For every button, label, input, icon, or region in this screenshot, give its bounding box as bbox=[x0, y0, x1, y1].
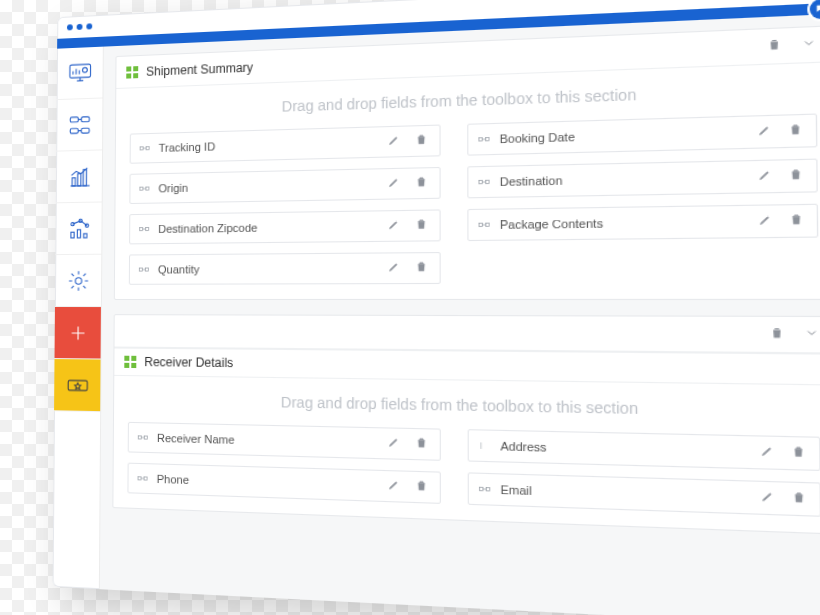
pencil-icon bbox=[388, 219, 400, 231]
field-row[interactable]: Origin bbox=[129, 167, 440, 204]
field-label: Address bbox=[500, 439, 747, 458]
pencil-icon bbox=[761, 445, 775, 458]
svg-rect-21 bbox=[140, 227, 143, 230]
form-canvas: Shipment Summary Drag and drop fields fr… bbox=[100, 13, 820, 615]
window-dot bbox=[86, 23, 92, 29]
field-drag-handle[interactable] bbox=[138, 182, 150, 194]
field-row[interactable]: Destination Zipcode bbox=[129, 209, 441, 244]
field-edit-button[interactable] bbox=[754, 124, 775, 139]
section-delete-button[interactable] bbox=[762, 35, 787, 57]
pencil-icon bbox=[761, 490, 775, 503]
field-drag-handle[interactable] bbox=[138, 263, 150, 275]
field-grid: Receiver Name Phone bbox=[127, 422, 820, 517]
trash-icon bbox=[792, 446, 806, 459]
field-row[interactable]: Email bbox=[468, 472, 820, 516]
pencil-icon bbox=[388, 479, 400, 491]
section-body[interactable]: Drag and drop fields from the toolbox to… bbox=[115, 62, 820, 299]
metrics-icon bbox=[66, 215, 92, 241]
field-delete-button[interactable] bbox=[788, 445, 809, 460]
field-label: Email bbox=[500, 483, 747, 504]
svg-rect-32 bbox=[144, 436, 147, 439]
field-delete-button[interactable] bbox=[785, 123, 806, 138]
trash-icon bbox=[415, 480, 427, 492]
field-label: Destination bbox=[500, 170, 745, 188]
field-edit-button[interactable] bbox=[385, 219, 404, 233]
field-row[interactable]: Package Contents bbox=[467, 204, 818, 241]
field-edit-button[interactable] bbox=[757, 490, 778, 505]
field-delete-button[interactable] bbox=[412, 134, 431, 148]
field-delete-button[interactable] bbox=[786, 213, 807, 228]
field-delete-button[interactable] bbox=[412, 218, 431, 232]
field-edit-button[interactable] bbox=[385, 479, 404, 493]
pencil-icon bbox=[388, 177, 400, 189]
field-edit-button[interactable] bbox=[385, 436, 404, 450]
field-drag-handle[interactable] bbox=[477, 218, 490, 231]
field-label: Receiver Name bbox=[157, 431, 376, 449]
field-row[interactable]: Booking Date bbox=[467, 113, 817, 155]
field-edit-button[interactable] bbox=[755, 169, 776, 184]
field-edit-button[interactable] bbox=[755, 214, 776, 229]
field-delete-button[interactable] bbox=[412, 480, 431, 495]
svg-rect-35 bbox=[480, 487, 483, 490]
pencil-icon bbox=[388, 436, 400, 448]
field-row[interactable]: Receiver Name bbox=[128, 422, 441, 461]
field-drag-handle[interactable] bbox=[139, 142, 151, 154]
section-drag-handle[interactable] bbox=[126, 66, 138, 78]
svg-rect-20 bbox=[146, 187, 149, 190]
field-delete-button[interactable] bbox=[785, 168, 806, 183]
svg-rect-23 bbox=[139, 268, 142, 271]
field-row[interactable]: Phone bbox=[127, 462, 440, 503]
svg-rect-24 bbox=[145, 268, 148, 271]
plus-icon bbox=[65, 320, 91, 346]
field-delete-button[interactable] bbox=[412, 176, 431, 190]
field-edit-button[interactable] bbox=[757, 445, 778, 460]
field-delete-button[interactable] bbox=[412, 437, 431, 451]
field-row[interactable]: Destination bbox=[467, 158, 818, 198]
field-row[interactable]: Quantity bbox=[129, 252, 441, 285]
svg-rect-3 bbox=[81, 116, 89, 121]
pencil-icon bbox=[758, 124, 772, 137]
field-drag-handle[interactable] bbox=[477, 175, 490, 188]
trash-icon bbox=[789, 168, 803, 181]
field-label: Tracking ID bbox=[159, 136, 377, 154]
section-body[interactable]: Drag and drop fields from the toolbox to… bbox=[113, 376, 820, 534]
field-edit-button[interactable] bbox=[385, 261, 404, 275]
field-row[interactable]: Address bbox=[468, 429, 820, 471]
section-delete-button[interactable] bbox=[764, 324, 789, 346]
svg-rect-26 bbox=[486, 137, 489, 140]
sidebar-item-ticket[interactable] bbox=[54, 359, 100, 412]
svg-point-15 bbox=[75, 277, 81, 284]
field-delete-button[interactable] bbox=[412, 261, 431, 275]
field-drag-handle[interactable] bbox=[138, 223, 150, 235]
svg-rect-14 bbox=[83, 233, 86, 237]
svg-rect-29 bbox=[479, 223, 482, 226]
field-row[interactable]: Tracking ID bbox=[130, 124, 441, 163]
section-collapse-button[interactable] bbox=[796, 34, 820, 56]
field-drag-handle[interactable] bbox=[137, 431, 149, 444]
app-shell: Shipment Summary Drag and drop fields fr… bbox=[53, 13, 820, 615]
dashboard-monitor-icon bbox=[67, 60, 93, 87]
section-drag-handle[interactable] bbox=[124, 356, 136, 368]
section-collapse-button[interactable] bbox=[799, 324, 820, 346]
sidebar-item-settings[interactable] bbox=[55, 255, 101, 307]
field-drag-handle[interactable] bbox=[478, 482, 492, 495]
pencil-icon bbox=[759, 214, 773, 227]
sidebar-item-reports[interactable] bbox=[55, 202, 101, 255]
field-drag-handle[interactable] bbox=[137, 472, 149, 485]
sidebar-item-add[interactable] bbox=[55, 307, 101, 360]
svg-rect-33 bbox=[138, 477, 141, 480]
pencil-icon bbox=[758, 169, 772, 182]
field-label: Booking Date bbox=[500, 126, 745, 146]
field-drag-handle[interactable] bbox=[477, 133, 490, 146]
sidebar-item-analytics[interactable] bbox=[56, 150, 102, 203]
sidebar-item-flows[interactable] bbox=[56, 98, 102, 151]
field-edit-button[interactable] bbox=[385, 134, 403, 148]
trash-icon bbox=[415, 261, 427, 273]
svg-rect-12 bbox=[70, 232, 73, 238]
sidebar-item-dashboard[interactable] bbox=[57, 47, 103, 100]
svg-rect-13 bbox=[77, 229, 80, 237]
field-drag-handle[interactable] bbox=[478, 439, 492, 452]
svg-rect-19 bbox=[140, 187, 143, 190]
field-delete-button[interactable] bbox=[788, 491, 809, 507]
field-edit-button[interactable] bbox=[385, 177, 403, 191]
